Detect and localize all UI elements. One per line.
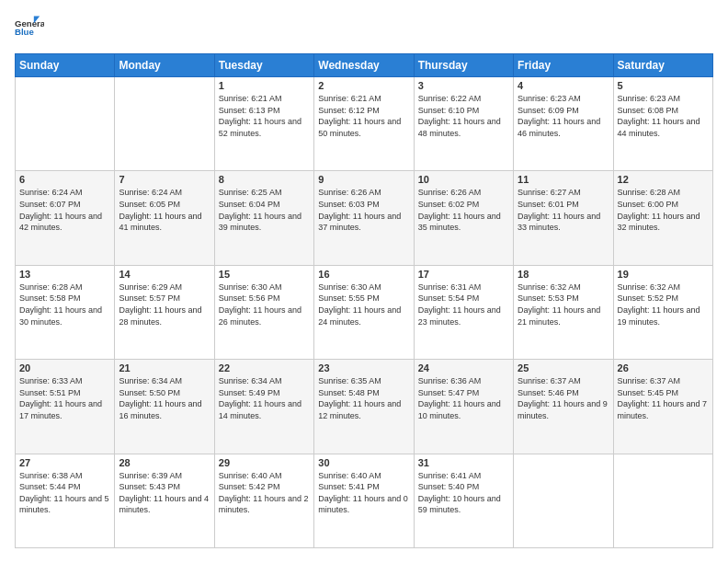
day-number: 28 <box>119 457 210 468</box>
logo: GeneralBlue <box>15 15 44 44</box>
weekday-header-monday: Monday <box>115 54 214 77</box>
day-number: 7 <box>119 174 210 185</box>
weekday-header-friday: Friday <box>514 54 613 77</box>
day-info: Sunrise: 6:41 AM Sunset: 5:40 PM Dayligh… <box>418 470 509 516</box>
day-info: Sunrise: 6:23 AM Sunset: 6:08 PM Dayligh… <box>618 93 709 139</box>
day-number: 10 <box>418 174 509 185</box>
day-info: Sunrise: 6:30 AM Sunset: 5:56 PM Dayligh… <box>219 282 310 327</box>
calendar-cell: 21Sunrise: 6:34 AM Sunset: 5:50 PM Dayli… <box>115 360 214 454</box>
calendar-cell: 1Sunrise: 6:21 AM Sunset: 6:13 PM Daylig… <box>214 77 313 171</box>
day-info: Sunrise: 6:31 AM Sunset: 5:54 PM Dayligh… <box>418 282 509 327</box>
day-number: 31 <box>418 457 509 468</box>
day-number: 6 <box>19 174 110 185</box>
calendar-cell: 20Sunrise: 6:33 AM Sunset: 5:51 PM Dayli… <box>16 360 115 454</box>
calendar-cell: 9Sunrise: 6:26 AM Sunset: 6:03 PM Daylig… <box>314 171 414 265</box>
calendar: SundayMondayTuesdayWednesdayThursdayFrid… <box>15 53 713 548</box>
day-number: 24 <box>418 362 509 373</box>
calendar-cell: 27Sunrise: 6:38 AM Sunset: 5:44 PM Dayli… <box>16 454 115 547</box>
day-number: 27 <box>19 457 110 468</box>
header: GeneralBlue <box>15 15 713 44</box>
calendar-cell: 26Sunrise: 6:37 AM Sunset: 5:45 PM Dayli… <box>613 360 712 454</box>
day-info: Sunrise: 6:32 AM Sunset: 5:52 PM Dayligh… <box>618 282 709 327</box>
day-info: Sunrise: 6:40 AM Sunset: 5:41 PM Dayligh… <box>318 470 409 516</box>
calendar-cell: 6Sunrise: 6:24 AM Sunset: 6:07 PM Daylig… <box>16 171 115 265</box>
day-info: Sunrise: 6:21 AM Sunset: 6:12 PM Dayligh… <box>318 93 409 139</box>
day-info: Sunrise: 6:26 AM Sunset: 6:02 PM Dayligh… <box>418 187 509 233</box>
calendar-cell: 3Sunrise: 6:22 AM Sunset: 6:10 PM Daylig… <box>414 77 513 171</box>
day-info: Sunrise: 6:29 AM Sunset: 5:57 PM Dayligh… <box>119 282 210 327</box>
calendar-cell: 15Sunrise: 6:30 AM Sunset: 5:56 PM Dayli… <box>214 265 313 359</box>
day-info: Sunrise: 6:22 AM Sunset: 6:10 PM Dayligh… <box>418 93 509 139</box>
day-number: 22 <box>219 362 310 373</box>
day-info: Sunrise: 6:23 AM Sunset: 6:09 PM Dayligh… <box>518 93 609 139</box>
day-info: Sunrise: 6:35 AM Sunset: 5:48 PM Dayligh… <box>318 375 409 421</box>
day-number: 2 <box>318 80 409 91</box>
day-info: Sunrise: 6:27 AM Sunset: 6:01 PM Dayligh… <box>518 187 609 233</box>
calendar-cell: 30Sunrise: 6:40 AM Sunset: 5:41 PM Dayli… <box>314 454 414 547</box>
calendar-cell: 17Sunrise: 6:31 AM Sunset: 5:54 PM Dayli… <box>414 265 513 359</box>
day-number: 17 <box>418 269 509 280</box>
calendar-cell: 18Sunrise: 6:32 AM Sunset: 5:53 PM Dayli… <box>514 265 613 359</box>
calendar-cell: 25Sunrise: 6:37 AM Sunset: 5:46 PM Dayli… <box>514 360 613 454</box>
calendar-cell: 31Sunrise: 6:41 AM Sunset: 5:40 PM Dayli… <box>414 454 513 547</box>
calendar-cell: 24Sunrise: 6:36 AM Sunset: 5:47 PM Dayli… <box>414 360 513 454</box>
day-info: Sunrise: 6:24 AM Sunset: 6:05 PM Dayligh… <box>119 187 210 233</box>
day-number: 25 <box>518 362 609 373</box>
day-number: 14 <box>119 269 210 280</box>
day-info: Sunrise: 6:37 AM Sunset: 5:46 PM Dayligh… <box>518 375 609 421</box>
day-info: Sunrise: 6:36 AM Sunset: 5:47 PM Dayligh… <box>418 375 509 421</box>
calendar-cell: 13Sunrise: 6:28 AM Sunset: 5:58 PM Dayli… <box>16 265 115 359</box>
day-info: Sunrise: 6:28 AM Sunset: 6:00 PM Dayligh… <box>618 187 709 233</box>
day-info: Sunrise: 6:40 AM Sunset: 5:42 PM Dayligh… <box>219 470 310 516</box>
weekday-header-saturday: Saturday <box>613 54 712 77</box>
day-number: 1 <box>219 80 310 91</box>
day-info: Sunrise: 6:33 AM Sunset: 5:51 PM Dayligh… <box>19 375 110 421</box>
day-number: 13 <box>19 269 110 280</box>
day-info: Sunrise: 6:21 AM Sunset: 6:13 PM Dayligh… <box>219 93 310 139</box>
calendar-cell: 7Sunrise: 6:24 AM Sunset: 6:05 PM Daylig… <box>115 171 214 265</box>
day-number: 3 <box>418 80 509 91</box>
day-number: 18 <box>518 269 609 280</box>
calendar-cell: 23Sunrise: 6:35 AM Sunset: 5:48 PM Dayli… <box>314 360 414 454</box>
calendar-cell: 5Sunrise: 6:23 AM Sunset: 6:08 PM Daylig… <box>613 77 712 171</box>
day-number: 11 <box>518 174 609 185</box>
calendar-cell: 12Sunrise: 6:28 AM Sunset: 6:00 PM Dayli… <box>613 171 712 265</box>
day-info: Sunrise: 6:34 AM Sunset: 5:50 PM Dayligh… <box>119 375 210 421</box>
day-number: 19 <box>618 269 709 280</box>
weekday-header-sunday: Sunday <box>16 54 115 77</box>
calendar-cell: 4Sunrise: 6:23 AM Sunset: 6:09 PM Daylig… <box>514 77 613 171</box>
calendar-cell: 14Sunrise: 6:29 AM Sunset: 5:57 PM Dayli… <box>115 265 214 359</box>
day-info: Sunrise: 6:26 AM Sunset: 6:03 PM Dayligh… <box>318 187 409 233</box>
calendar-cell: 8Sunrise: 6:25 AM Sunset: 6:04 PM Daylig… <box>214 171 313 265</box>
calendar-cell: 10Sunrise: 6:26 AM Sunset: 6:02 PM Dayli… <box>414 171 513 265</box>
calendar-cell: 19Sunrise: 6:32 AM Sunset: 5:52 PM Dayli… <box>613 265 712 359</box>
day-number: 30 <box>318 457 409 468</box>
calendar-cell <box>613 454 712 547</box>
logo-icon: GeneralBlue <box>15 15 44 44</box>
day-number: 16 <box>318 269 409 280</box>
calendar-cell <box>16 77 115 171</box>
day-number: 21 <box>119 362 210 373</box>
day-info: Sunrise: 6:38 AM Sunset: 5:44 PM Dayligh… <box>19 470 110 516</box>
calendar-cell: 11Sunrise: 6:27 AM Sunset: 6:01 PM Dayli… <box>514 171 613 265</box>
day-number: 26 <box>618 362 709 373</box>
calendar-cell <box>115 77 214 171</box>
day-info: Sunrise: 6:24 AM Sunset: 6:07 PM Dayligh… <box>19 187 110 233</box>
day-info: Sunrise: 6:25 AM Sunset: 6:04 PM Dayligh… <box>219 187 310 233</box>
day-number: 15 <box>219 269 310 280</box>
calendar-cell: 29Sunrise: 6:40 AM Sunset: 5:42 PM Dayli… <box>214 454 313 547</box>
calendar-cell: 22Sunrise: 6:34 AM Sunset: 5:49 PM Dayli… <box>214 360 313 454</box>
day-number: 20 <box>19 362 110 373</box>
day-number: 12 <box>618 174 709 185</box>
weekday-header-wednesday: Wednesday <box>314 54 414 77</box>
day-info: Sunrise: 6:37 AM Sunset: 5:45 PM Dayligh… <box>618 375 709 421</box>
calendar-cell: 2Sunrise: 6:21 AM Sunset: 6:12 PM Daylig… <box>314 77 414 171</box>
day-number: 4 <box>518 80 609 91</box>
calendar-cell: 28Sunrise: 6:39 AM Sunset: 5:43 PM Dayli… <box>115 454 214 547</box>
weekday-header-thursday: Thursday <box>414 54 513 77</box>
day-info: Sunrise: 6:39 AM Sunset: 5:43 PM Dayligh… <box>119 470 210 516</box>
day-number: 8 <box>219 174 310 185</box>
day-number: 5 <box>618 80 709 91</box>
weekday-header-tuesday: Tuesday <box>214 54 313 77</box>
day-number: 23 <box>318 362 409 373</box>
